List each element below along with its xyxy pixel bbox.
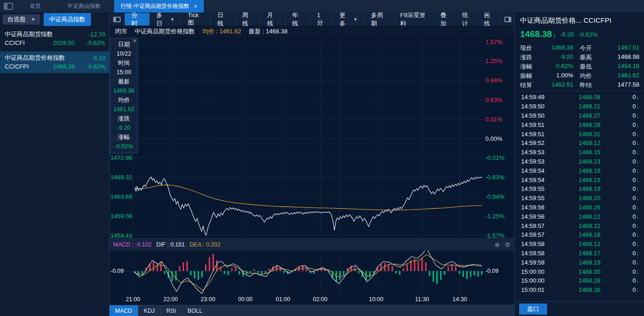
stat-label: 振幅 bbox=[520, 72, 539, 80]
quote-title: 中证商品期货价格... CCICFPI bbox=[515, 13, 644, 27]
toolbar-right-item[interactable]: 叠加 bbox=[435, 11, 457, 28]
quote-detail-panel: 中证商品期货价格... CCICFPI 1468.38 ↓ -9.20 -0.6… bbox=[514, 13, 644, 316]
chevron-down-icon: ▼ bbox=[170, 17, 174, 22]
tick-volume: 0 bbox=[622, 158, 636, 165]
layout-panel-icon bbox=[504, 17, 511, 22]
arrow-down-icon: ↓ bbox=[637, 121, 640, 128]
toolbar-item-1分[interactable]: 1分 bbox=[310, 13, 333, 25]
toolbar-item-分时[interactable]: 分时 bbox=[125, 13, 150, 25]
toolbar-item-label: 月线 bbox=[267, 11, 279, 28]
dif-value-label: DIF : 0.151 bbox=[156, 241, 185, 248]
toolbar-item-多周期[interactable]: 多周期 bbox=[364, 13, 395, 25]
time-axis-label: 23:00 bbox=[201, 296, 215, 303]
toolbar-right-item[interactable]: 统计 bbox=[457, 11, 479, 28]
right-panel-toggle-button[interactable] bbox=[501, 17, 514, 22]
stat-label: 涨幅 bbox=[520, 63, 539, 71]
tick-time: 14:59:49 bbox=[521, 94, 557, 101]
tick-row: 14:59:501468.270↓ bbox=[515, 111, 644, 120]
stat-label: 均价 bbox=[580, 72, 599, 80]
macd-chart[interactable]: -0.09-0.09 bbox=[109, 251, 514, 295]
sidebar-toggle-button[interactable] bbox=[109, 13, 125, 25]
toolbar-item-日线[interactable]: 日线 bbox=[211, 13, 236, 25]
tick-row: 15:00:001468.280↓ bbox=[515, 276, 644, 285]
instrument-price: 2026.00 bbox=[44, 39, 75, 46]
watchlist-item[interactable]: 中证商品期货指数-12.70CCICFI2026.00-0.62% bbox=[0, 28, 109, 50]
svg-text:-0.63%: -0.63% bbox=[485, 174, 505, 181]
stats-row: 结算1462.91昨结1477.58 bbox=[520, 81, 639, 90]
toolbar-right-item[interactable]: 画线 bbox=[479, 11, 501, 28]
arrow-down-icon: ↓ bbox=[637, 112, 640, 119]
tick-time: 14:59:50 bbox=[521, 103, 557, 110]
watchlist-tab-csi-commodity[interactable]: 中证商品指数 bbox=[44, 13, 91, 26]
svg-text:1459.06: 1459.06 bbox=[110, 213, 132, 220]
last-price-label: 最新 : 1468.38 bbox=[249, 27, 288, 36]
panel-bottom-bar: 盘口 bbox=[515, 301, 644, 316]
tick-row: 14:59:531468.150↓ bbox=[515, 148, 644, 157]
watchlist-item[interactable]: 中证商品期货价格指数-9.20CCICFPI1468.38-0.62% bbox=[0, 51, 109, 73]
svg-text:-0.09: -0.09 bbox=[485, 268, 499, 274]
arrow-down-icon: ↓ bbox=[637, 277, 640, 284]
tick-price: 1468.17 bbox=[557, 250, 622, 257]
indicator-close-icon[interactable]: ⊗ bbox=[495, 241, 500, 248]
tick-row: 14:59:511468.280↓ bbox=[515, 120, 644, 129]
chevron-down-icon: ▼ bbox=[353, 17, 357, 22]
quote-stats-grid: 现价1468.38今开1467.01涨跌-9.20最高1468.98涨幅-0.6… bbox=[515, 42, 644, 91]
toolbar-item-多日[interactable]: 多日▼ bbox=[150, 13, 181, 25]
toolbar-item-年线[interactable]: 年线 bbox=[286, 13, 311, 25]
tick-price: 1468.30 bbox=[557, 268, 622, 275]
instrument-name: 中证商品期货指数 bbox=[5, 30, 88, 38]
tick-row: 14:59:541468.190↓ bbox=[515, 166, 644, 175]
tick-time: 14:59:58 bbox=[521, 250, 557, 257]
tick-price: 1468.28 bbox=[557, 277, 622, 284]
tick-trade-list[interactable]: 14:59:491468.080↓14:59:501468.210↓14:59:… bbox=[515, 91, 644, 301]
indicator-tab-kdj[interactable]: KDJ bbox=[138, 305, 161, 316]
arrow-down-icon: ↓ bbox=[637, 222, 640, 229]
arrow-down-icon: ↓ bbox=[637, 259, 640, 266]
indicator-settings-gear-icon[interactable]: ⚙ bbox=[504, 241, 510, 248]
tooltip-close-icon[interactable]: ✕ bbox=[131, 38, 138, 44]
indicator-tab-rsi[interactable]: RSI bbox=[161, 305, 182, 316]
tick-row: 14:59:561468.260↓ bbox=[515, 203, 644, 212]
stats-row: 涨幅-0.62%最低1454.18 bbox=[520, 62, 639, 71]
stat-label: 结算 bbox=[520, 81, 539, 89]
arrow-down-icon: ↓ bbox=[637, 139, 640, 146]
svg-text:1472.95: 1472.95 bbox=[110, 154, 132, 161]
stat-value: -9.20 bbox=[539, 53, 573, 62]
instrument-change: -9.20 bbox=[91, 55, 105, 62]
tick-row: 15:00:001468.300↓ bbox=[515, 267, 644, 276]
top-tab-home[interactable]: 首页 bbox=[17, 0, 54, 13]
tab-order-book[interactable]: 盘口 bbox=[519, 303, 547, 315]
tick-volume: 0 bbox=[622, 286, 636, 293]
toolbar-item-label: 更多 bbox=[339, 11, 350, 28]
tick-time: 14:59:59 bbox=[521, 259, 557, 266]
toolbar-item-月线[interactable]: 月线 bbox=[261, 13, 286, 25]
tick-volume: 0 bbox=[622, 177, 636, 183]
toolbar-item-label: 1分 bbox=[317, 12, 326, 27]
chevron-down-icon: ▼ bbox=[31, 17, 35, 22]
toolbar-item-周线[interactable]: 周线 bbox=[236, 13, 261, 25]
tick-price: 1468.26 bbox=[557, 204, 622, 211]
price-chart[interactable]: 1500.731.57%1496.101.25%1491.470.94%1486… bbox=[109, 37, 514, 238]
indicator-tab-macd[interactable]: MACD bbox=[109, 305, 138, 316]
toolbar-right-item[interactable]: F9深度资料 bbox=[395, 11, 436, 28]
tooltip-value: -9.20 bbox=[110, 123, 137, 133]
toolbar-item-更多[interactable]: 更多▼ bbox=[333, 13, 364, 25]
top-tab-index[interactable]: 中证商品指数 bbox=[54, 0, 114, 13]
watchlist-group-dropdown[interactable]: 自选股 ▼ bbox=[3, 14, 40, 25]
tab-close-icon[interactable]: × bbox=[194, 3, 197, 10]
tick-volume: 0 bbox=[622, 213, 636, 220]
arrow-down-icon: ↓ bbox=[637, 204, 640, 211]
tick-price: 1468.19 bbox=[557, 259, 622, 266]
stat-value: 1467.01 bbox=[599, 44, 640, 52]
tick-time: 14:59:54 bbox=[521, 177, 557, 183]
time-axis-label: 00:00 bbox=[238, 296, 252, 303]
tooltip-label: 涨幅 bbox=[110, 133, 137, 142]
toolbar-item-Tick图[interactable]: Tick图 bbox=[181, 13, 211, 25]
tick-volume: 0 bbox=[622, 277, 636, 284]
tick-volume: 0 bbox=[622, 139, 636, 146]
app-menu-button[interactable] bbox=[0, 0, 17, 13]
tick-volume: 0 bbox=[622, 250, 636, 257]
indicator-tab-boll[interactable]: BOLL bbox=[182, 305, 208, 316]
time-axis-label: 21:00 bbox=[126, 296, 140, 303]
svg-text:-0.94%: -0.94% bbox=[485, 193, 505, 200]
